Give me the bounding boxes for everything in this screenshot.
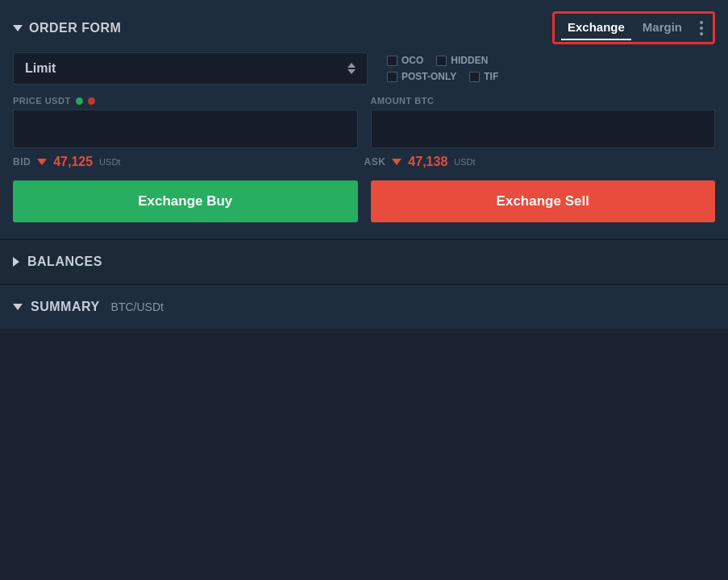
order-form-title: ORDER FORM: [29, 21, 121, 35]
arrow-up-icon: [347, 63, 356, 68]
bid-label: BID: [13, 156, 31, 168]
ask-value: 47,138: [408, 155, 447, 169]
summary-header[interactable]: SUMMARY BTC/USDt: [13, 300, 715, 314]
arrow-down-icon: [347, 69, 356, 74]
price-input[interactable]: [13, 110, 358, 148]
amount-input[interactable]: [371, 110, 716, 148]
amount-label: AMOUNT BTC: [371, 96, 716, 106]
checkbox-tif-box: [469, 72, 480, 82]
summary-title: SUMMARY: [31, 300, 100, 314]
balances-section: BALANCES: [0, 240, 728, 285]
checkbox-post-only-box: [387, 72, 397, 82]
main-container: ORDER FORM Exchange Margin: [0, 0, 728, 329]
ask-currency: USDt: [454, 157, 475, 167]
exchange-buy-button[interactable]: Exchange Buy: [13, 180, 358, 222]
summary-section: SUMMARY BTC/USDt: [0, 285, 728, 329]
ask-triangle-icon: [392, 159, 401, 165]
balances-title: BALANCES: [27, 255, 102, 269]
checkbox-hidden-box: [436, 56, 447, 66]
bid-triangle-icon: [37, 159, 47, 165]
bid-currency: USDt: [99, 157, 120, 167]
ask-label: ASK: [364, 156, 386, 168]
order-type-value: Limit: [25, 61, 56, 76]
amount-field-group: AMOUNT BTC: [371, 96, 716, 148]
more-options-menu[interactable]: [697, 18, 706, 39]
dot3: [700, 32, 703, 35]
order-type-select[interactable]: Limit: [13, 52, 368, 85]
summary-pair: BTC/USDt: [111, 300, 164, 313]
collapse-icon[interactable]: [13, 25, 23, 31]
checkbox-hidden[interactable]: HIDDEN: [436, 55, 488, 66]
balances-header[interactable]: BALANCES: [13, 255, 715, 269]
form-content: Limit OCO HIDDEN: [0, 52, 728, 222]
price-green-indicator: [76, 97, 83, 105]
dot2: [700, 27, 703, 30]
tab-margin[interactable]: Margin: [636, 17, 688, 39]
price-amount-row: PRICE USDT AMOUNT BTC: [13, 96, 715, 148]
checkbox-oco[interactable]: OCO: [387, 55, 423, 66]
order-form-section: ORDER FORM Exchange Margin: [0, 0, 728, 240]
buttons-row: Exchange Buy Exchange Sell: [13, 180, 715, 222]
bid-section: BID 47,125 USDt: [13, 155, 364, 169]
order-form-header: ORDER FORM Exchange Margin: [0, 0, 728, 52]
checkbox-post-only[interactable]: POST-ONLY: [387, 71, 456, 82]
checkbox-row-2: POST-ONLY TIF: [387, 71, 498, 82]
checkbox-oco-label: OCO: [401, 55, 423, 66]
select-arrows: [347, 63, 356, 74]
checkbox-post-only-label: POST-ONLY: [401, 71, 456, 82]
tabs-area: Exchange Margin: [552, 11, 715, 44]
dot1: [700, 21, 703, 24]
bid-value: 47,125: [53, 155, 93, 169]
price-red-indicator: [88, 97, 95, 105]
checkbox-hidden-label: HIDDEN: [451, 55, 488, 66]
limit-checkboxes-row: Limit OCO HIDDEN: [13, 52, 715, 85]
checkbox-tif-label: TIF: [484, 71, 498, 82]
checkbox-oco-box: [387, 56, 397, 66]
expand-icon: [13, 257, 19, 267]
checkbox-tif[interactable]: TIF: [469, 71, 498, 82]
ask-section: ASK 47,138 USDt: [364, 155, 716, 169]
exchange-sell-button[interactable]: Exchange Sell: [371, 180, 716, 222]
checkboxes-area: OCO HIDDEN POST-ONLY: [387, 55, 498, 82]
tab-exchange[interactable]: Exchange: [561, 17, 631, 39]
order-form-title-area: ORDER FORM: [13, 21, 121, 35]
summary-collapse-icon: [13, 304, 23, 310]
bid-ask-row: BID 47,125 USDt ASK 47,138 USDt: [13, 155, 715, 169]
price-label: PRICE USDT: [13, 96, 358, 106]
price-field-group: PRICE USDT: [13, 96, 358, 148]
checkbox-row-1: OCO HIDDEN: [387, 55, 498, 66]
